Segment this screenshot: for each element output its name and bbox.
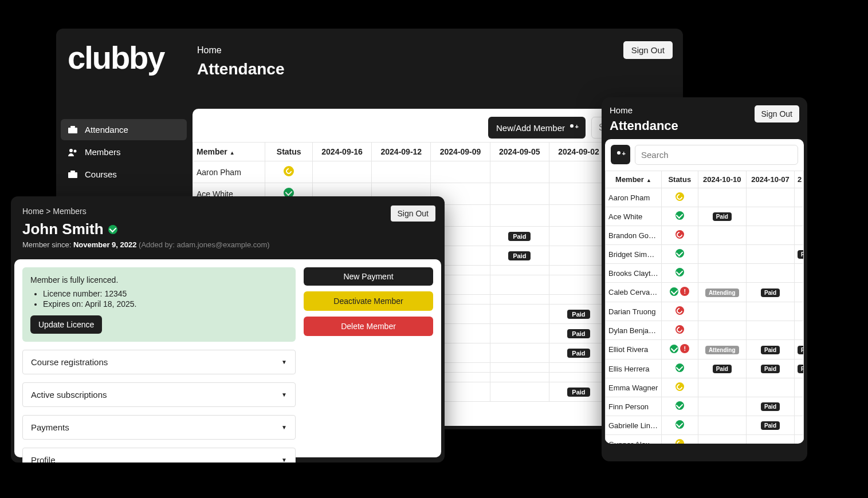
date-cell[interactable]: Paid — [746, 340, 794, 359]
table-row[interactable]: Darian Truong — [606, 302, 804, 321]
sign-out-button[interactable]: Sign Out — [623, 41, 673, 59]
date-cell[interactable]: P — [795, 340, 804, 359]
date-cell[interactable] — [795, 378, 804, 397]
date-cell[interactable] — [490, 266, 549, 275]
table-row[interactable]: Emma Wagner — [606, 378, 804, 397]
date-cell[interactable] — [490, 343, 549, 363]
delete-member-button[interactable]: Delete Member — [304, 317, 433, 336]
date-header[interactable]: 2024-09-05 — [490, 143, 549, 161]
date-header[interactable]: 2024-09-02 — [549, 143, 608, 161]
date-header[interactable]: 2024-09-12 — [372, 143, 431, 161]
date-cell[interactable] — [698, 416, 746, 435]
date-cell[interactable] — [549, 183, 608, 205]
sign-out-button[interactable]: Sign Out — [755, 105, 799, 122]
member-header[interactable]: Member▲ — [606, 171, 662, 188]
date-cell[interactable] — [698, 378, 746, 397]
search-input[interactable] — [635, 145, 798, 165]
table-row[interactable]: Dylan Benjamin — [606, 321, 804, 340]
date-cell[interactable] — [549, 227, 608, 246]
date-cell[interactable] — [746, 435, 794, 444]
date-cell[interactable]: Paid — [549, 343, 608, 363]
date-cell[interactable] — [795, 283, 804, 302]
date-cell[interactable] — [490, 205, 549, 227]
status-header[interactable]: Status — [265, 143, 313, 161]
date-cell[interactable] — [698, 435, 746, 444]
sidebar-item-courses[interactable]: Courses — [61, 164, 187, 185]
date-cell[interactable]: Attending — [698, 283, 746, 302]
date-header[interactable]: 2024-10-10 — [698, 171, 746, 188]
date-cell[interactable]: Paid — [746, 283, 794, 302]
date-cell[interactable]: Attending — [698, 340, 746, 359]
date-cell[interactable] — [698, 397, 746, 416]
date-cell[interactable] — [549, 295, 608, 305]
date-cell[interactable]: Paid — [490, 227, 549, 246]
accordion-course-registrations[interactable]: Course registrations▼ — [22, 350, 296, 374]
date-cell[interactable] — [746, 378, 794, 397]
accordion-profile[interactable]: Profile▼ — [22, 448, 296, 463]
new-payment-button[interactable]: New Payment — [304, 267, 433, 286]
table-row[interactable]: Elliot RiveraAttendingPaidP — [606, 340, 804, 359]
table-row[interactable]: Brandon Gordon — [606, 226, 804, 245]
breadcrumb[interactable]: Home > Members — [22, 207, 433, 216]
sidebar-item-attendance[interactable]: Attendance — [61, 119, 187, 140]
date-cell[interactable] — [795, 188, 804, 207]
date-cell[interactable]: P — [795, 359, 804, 378]
date-cell[interactable] — [746, 226, 794, 245]
date-cell[interactable] — [746, 321, 794, 340]
date-cell[interactable] — [549, 363, 608, 373]
date-cell[interactable] — [795, 302, 804, 321]
date-cell[interactable] — [490, 183, 549, 205]
date-cell[interactable] — [795, 321, 804, 340]
date-cell[interactable]: P — [795, 245, 804, 264]
date-cell[interactable] — [490, 161, 549, 183]
table-row[interactable]: Bridget SimpsonP — [606, 245, 804, 264]
table-row[interactable]: Gunner Alexander — [606, 435, 804, 444]
date-cell[interactable] — [372, 161, 431, 183]
date-cell[interactable] — [746, 188, 794, 207]
date-cell[interactable] — [746, 264, 794, 283]
date-cell[interactable] — [490, 324, 549, 343]
date-header[interactable]: 2 — [795, 171, 804, 188]
accordion-active-subscriptions[interactable]: Active subscriptions▼ — [22, 382, 296, 407]
add-member-button[interactable] — [611, 145, 630, 164]
date-cell[interactable] — [490, 363, 549, 373]
date-cell[interactable] — [549, 373, 608, 382]
date-cell[interactable] — [746, 302, 794, 321]
table-row[interactable]: Caleb CervantesAttendingPaid — [606, 283, 804, 302]
date-header[interactable]: 2024-10-07 — [746, 171, 794, 188]
date-cell[interactable]: Paid — [698, 207, 746, 226]
date-cell[interactable] — [698, 302, 746, 321]
date-cell[interactable]: Paid — [746, 359, 794, 378]
date-header[interactable]: 2024-09-09 — [431, 143, 490, 161]
status-header[interactable]: Status — [661, 171, 698, 188]
date-cell[interactable] — [746, 207, 794, 226]
accordion-payments[interactable]: Payments▼ — [22, 415, 296, 440]
date-cell[interactable] — [313, 161, 372, 183]
date-cell[interactable] — [431, 161, 490, 183]
date-cell[interactable] — [490, 382, 549, 402]
date-cell[interactable] — [698, 226, 746, 245]
date-cell[interactable] — [549, 161, 608, 183]
table-row[interactable]: Finn PersonPaid — [606, 397, 804, 416]
date-cell[interactable] — [746, 245, 794, 264]
breadcrumb[interactable]: Home — [197, 45, 222, 56]
table-row[interactable]: Aaron Pham — [606, 188, 804, 207]
date-cell[interactable] — [698, 188, 746, 207]
table-row[interactable]: Ace WhitePaid — [606, 207, 804, 226]
date-cell[interactable] — [490, 295, 549, 305]
date-cell[interactable] — [549, 246, 608, 266]
date-cell[interactable] — [795, 435, 804, 444]
table-row[interactable]: Gabrielle LindseyPaid — [606, 416, 804, 435]
date-cell[interactable]: Paid — [549, 382, 608, 402]
date-cell[interactable] — [795, 226, 804, 245]
date-cell[interactable] — [549, 205, 608, 227]
date-cell[interactable] — [698, 321, 746, 340]
date-cell[interactable] — [698, 264, 746, 283]
date-cell[interactable] — [795, 207, 804, 226]
date-cell[interactable] — [795, 397, 804, 416]
sign-out-button[interactable]: Sign Out — [391, 205, 435, 222]
date-cell[interactable]: Paid — [698, 359, 746, 378]
date-cell[interactable] — [795, 416, 804, 435]
sidebar-item-members[interactable]: Members — [61, 141, 187, 163]
table-row[interactable]: Brooks Clayton — [606, 264, 804, 283]
